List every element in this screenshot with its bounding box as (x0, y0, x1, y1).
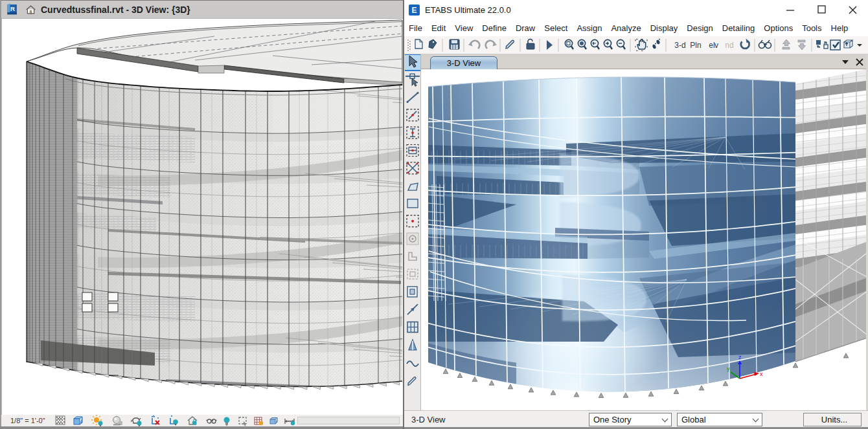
svg-text:Pln: Pln (690, 41, 701, 50)
svg-text:y: y (727, 366, 730, 372)
svg-text:nd: nd (725, 41, 733, 50)
svg-text:v: v (714, 41, 718, 50)
svg-text:x: x (760, 371, 763, 377)
svg-text:z: z (738, 354, 742, 360)
svg-text:R: R (10, 5, 15, 12)
svg-text:3-d: 3-d (674, 41, 685, 50)
